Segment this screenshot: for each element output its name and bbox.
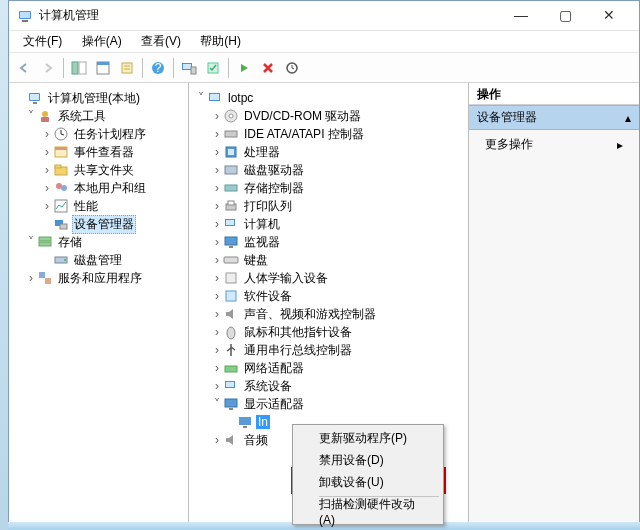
monitors-node[interactable]: ›监视器: [193, 233, 464, 251]
forward-button[interactable]: [37, 57, 59, 79]
system-devices-node[interactable]: ›系统设备: [193, 377, 464, 395]
titlebar: 计算机管理 — ▢ ✕: [9, 1, 639, 31]
expand-icon[interactable]: ›: [41, 145, 53, 159]
system-tools-node[interactable]: ˅系统工具: [13, 107, 184, 125]
svg-rect-2: [22, 20, 28, 22]
svg-rect-14: [191, 67, 196, 74]
expand-icon[interactable]: ›: [41, 199, 53, 213]
event-viewer-node[interactable]: ›事件查看器: [13, 143, 184, 161]
expand-icon[interactable]: ›: [41, 163, 53, 177]
svg-rect-19: [30, 94, 39, 100]
svg-rect-13: [183, 64, 191, 69]
collapse-icon[interactable]: ˅: [25, 235, 37, 249]
help-button[interactable]: ?: [147, 57, 169, 79]
expand-icon[interactable]: ›: [25, 271, 37, 285]
device-manager-node[interactable]: 设备管理器: [13, 215, 184, 233]
ctx-disable-device[interactable]: 禁用设备(D): [295, 449, 441, 471]
svg-point-57: [227, 327, 235, 339]
root-node[interactable]: 计算机管理(本地): [13, 89, 184, 107]
svg-rect-22: [41, 117, 49, 122]
properties-button[interactable]: [92, 57, 114, 79]
storage-node[interactable]: ˅存储: [13, 233, 184, 251]
svg-rect-33: [39, 237, 51, 241]
svg-rect-45: [228, 149, 234, 155]
menubar: 文件(F) 操作(A) 查看(V) 帮助(H): [9, 31, 639, 53]
services-apps-node[interactable]: ›服务和应用程序: [13, 269, 184, 287]
svg-rect-38: [45, 278, 51, 284]
scan-hardware-button[interactable]: [202, 57, 224, 79]
app-icon: [17, 8, 33, 24]
update-driver-button[interactable]: [281, 57, 303, 79]
usb-node[interactable]: ›通用串行总线控制器: [193, 341, 464, 359]
svg-rect-51: [226, 220, 234, 225]
expand-icon[interactable]: ›: [41, 127, 53, 141]
devices-button[interactable]: [178, 57, 200, 79]
more-actions[interactable]: 更多操作▸: [469, 130, 639, 159]
triangle-right-icon: ▸: [617, 138, 623, 152]
show-hide-tree-button[interactable]: [68, 57, 90, 79]
back-button[interactable]: [13, 57, 35, 79]
export-list-button[interactable]: [116, 57, 138, 79]
computer-node[interactable]: ›计算机: [193, 215, 464, 233]
svg-rect-43: [225, 131, 237, 137]
actions-group[interactable]: 设备管理器▴: [469, 105, 639, 130]
print-queues-node[interactable]: ›打印队列: [193, 197, 464, 215]
local-users-node[interactable]: ›本地用户和组: [13, 179, 184, 197]
svg-rect-3: [72, 62, 78, 74]
context-menu: 更新驱动程序(P) 禁用设备(D) 卸载设备(U) 扫描检测硬件改动(A): [292, 424, 444, 525]
disk-management-node[interactable]: 磁盘管理: [13, 251, 184, 269]
collapse-icon[interactable]: ˅: [25, 109, 37, 123]
storage-controllers-node[interactable]: ›存储控制器: [193, 179, 464, 197]
svg-point-21: [42, 111, 48, 117]
shared-folders-node[interactable]: ›共享文件夹: [13, 161, 184, 179]
enable-button[interactable]: [233, 57, 255, 79]
menu-view[interactable]: 查看(V): [133, 32, 189, 50]
svg-rect-6: [97, 62, 109, 65]
uninstall-button[interactable]: [257, 57, 279, 79]
svg-rect-25: [55, 147, 67, 150]
svg-rect-54: [224, 257, 238, 263]
triangle-up-icon: ▴: [625, 111, 631, 125]
hid-node[interactable]: ›人体学输入设备: [193, 269, 464, 287]
ctx-uninstall-device[interactable]: 卸载设备(U): [295, 471, 441, 493]
collapse-icon[interactable]: ˅: [195, 91, 207, 105]
computer-root[interactable]: ˅lotpc: [193, 89, 464, 107]
svg-rect-49: [228, 201, 234, 205]
svg-rect-64: [243, 426, 247, 428]
disk-drives-node[interactable]: ›磁盘驱动器: [193, 161, 464, 179]
svg-rect-63: [239, 417, 251, 425]
window-title: 计算机管理: [39, 7, 499, 24]
minimize-button[interactable]: —: [499, 2, 543, 30]
ctx-scan-hardware[interactable]: 扫描检测硬件改动(A): [295, 500, 441, 522]
svg-rect-32: [60, 224, 67, 229]
svg-rect-27: [55, 165, 61, 168]
svg-point-29: [61, 185, 67, 191]
menu-action[interactable]: 操作(A): [74, 32, 130, 50]
task-scheduler-node[interactable]: ›任务计划程序: [13, 125, 184, 143]
svg-rect-34: [39, 242, 51, 246]
svg-rect-56: [226, 291, 236, 301]
svg-point-42: [229, 114, 233, 118]
svg-rect-60: [226, 382, 234, 387]
ide-node[interactable]: ›IDE ATA/ATAPI 控制器: [193, 125, 464, 143]
actions-header: 操作: [469, 83, 639, 105]
ctx-update-driver[interactable]: 更新驱动程序(P): [295, 427, 441, 449]
close-button[interactable]: ✕: [587, 2, 631, 30]
processors-node[interactable]: ›处理器: [193, 143, 464, 161]
software-devices-node[interactable]: ›软件设备: [193, 287, 464, 305]
menu-file[interactable]: 文件(F): [15, 32, 70, 50]
expand-icon[interactable]: ›: [41, 181, 53, 195]
svg-rect-1: [20, 12, 30, 18]
network-adapters-node[interactable]: ›网络适配器: [193, 359, 464, 377]
console-tree[interactable]: 计算机管理(本地) ˅系统工具 ›任务计划程序 ›事件查看器 ›共享文件夹 ›本…: [9, 83, 189, 529]
keyboards-node[interactable]: ›键盘: [193, 251, 464, 269]
collapse-icon[interactable]: ˅: [211, 397, 223, 411]
sound-node[interactable]: ›声音、视频和游戏控制器: [193, 305, 464, 323]
dvd-node[interactable]: ›DVD/CD-ROM 驱动器: [193, 107, 464, 125]
svg-rect-55: [226, 273, 236, 283]
performance-node[interactable]: ›性能: [13, 197, 184, 215]
menu-help[interactable]: 帮助(H): [192, 32, 249, 50]
maximize-button[interactable]: ▢: [543, 2, 587, 30]
mice-node[interactable]: ›鼠标和其他指针设备: [193, 323, 464, 341]
display-adapters-node[interactable]: ˅显示适配器: [193, 395, 464, 413]
